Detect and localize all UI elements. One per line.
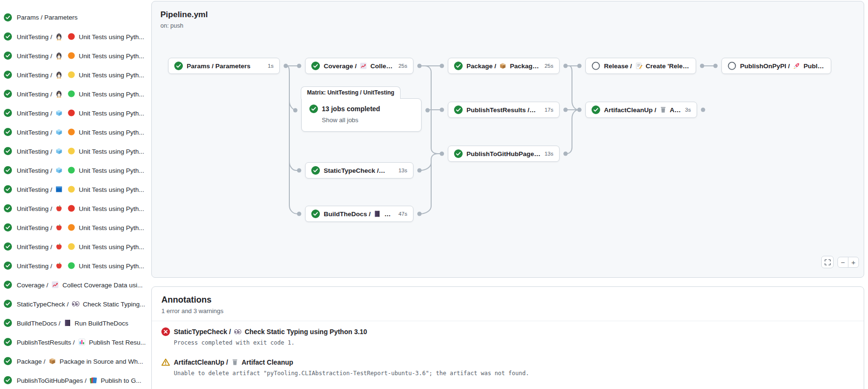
- sidebar-job-item[interactable]: UnitTesting / Unit Tests using Pyth...: [0, 103, 149, 122]
- job-node-label: PublishOnPyPI / Publish to ...: [740, 62, 825, 70]
- job-node-publishonpypi[interactable]: PublishOnPyPI / Publish to ...: [721, 58, 831, 74]
- job-label: Params / Parameters: [17, 14, 147, 21]
- job-label: UnitTesting / Unit Tests using Pyth...: [17, 223, 147, 231]
- wastebasket-icon: [231, 358, 239, 366]
- job-node-package[interactable]: Package / Package in So...25s: [448, 58, 560, 74]
- bar-chart-icon: [532, 106, 540, 114]
- check-circle-icon: [4, 128, 12, 136]
- yellow-circle-icon: [67, 242, 75, 251]
- linux-penguin-icon: [55, 90, 63, 98]
- fullscreen-button[interactable]: [821, 256, 834, 268]
- job-node-buildthedocs[interactable]: BuildTheDocs / Run Buil...47s: [305, 206, 413, 222]
- check-circle-icon: [311, 62, 320, 70]
- check-circle-icon: [311, 210, 320, 218]
- zoom-in-button[interactable]: +: [848, 257, 859, 268]
- sidebar-job-item[interactable]: PublishToGitHubPages / Publish to G...: [0, 370, 149, 389]
- check-circle-icon: [174, 62, 183, 70]
- connector-dot: [440, 108, 444, 112]
- job-node-statictypecheck[interactable]: StaticTypeCheck / Chec...13s: [305, 162, 413, 179]
- show-all-jobs-link[interactable]: Show all jobs: [322, 116, 413, 124]
- green-circle-icon: [67, 166, 75, 174]
- matrix-card[interactable]: 13 jobs completed Show all jobs: [301, 98, 422, 132]
- check-circle-icon: [4, 109, 12, 117]
- check-circle-icon: [4, 13, 12, 21]
- sidebar-job-item[interactable]: UnitTesting / Unit Tests using Pyth...: [0, 179, 149, 199]
- eyes-icon: [381, 167, 389, 174]
- job-label: UnitTesting / Unit Tests using Pyth...: [17, 71, 147, 79]
- annotation-message: Unable to delete artifact "pyTooling.CLI…: [174, 370, 852, 377]
- annotation-job-link[interactable]: ArtifactCleanUp / Artifact Cleanup: [174, 358, 293, 367]
- sidebar-job-item[interactable]: PublishTestResults / Publish Test Resu..…: [0, 332, 149, 351]
- job-label: UnitTesting / Unit Tests using Pyth...: [17, 109, 147, 117]
- workflow-trigger: on: push: [160, 22, 183, 29]
- job-duration: 17s: [544, 107, 553, 113]
- connector-dot: [563, 152, 568, 156]
- x-circle-icon: [161, 327, 170, 336]
- sidebar-job-item[interactable]: UnitTesting / Unit Tests using Pyth...: [0, 256, 149, 275]
- connector-dot: [297, 212, 301, 216]
- job-label: UnitTesting / Unit Tests using Pyth...: [17, 204, 147, 212]
- connector-dot: [297, 168, 301, 173]
- yellow-circle-icon: [67, 71, 75, 79]
- job-label: UnitTesting / Unit Tests using Pyth...: [17, 242, 147, 251]
- green-circle-icon: [67, 90, 75, 98]
- bar-chart-icon: [78, 338, 86, 346]
- package-icon: [48, 357, 56, 365]
- check-circle-icon: [454, 62, 463, 70]
- check-circle-icon: [4, 204, 12, 212]
- linux-penguin-icon: [55, 32, 63, 41]
- sidebar-job-item[interactable]: UnitTesting / Unit Tests using Pyth...: [0, 141, 149, 160]
- annotation-item-warning: ArtifactCleanUp / Artifact CleanupUnable…: [152, 352, 864, 382]
- check-circle-icon: [4, 357, 12, 365]
- job-node-release[interactable]: Release / Create 'Release P...: [585, 58, 696, 74]
- zoom-controls: − +: [837, 257, 859, 268]
- connector-dot: [713, 64, 718, 68]
- check-circle-icon: [4, 32, 12, 41]
- sidebar-job-item[interactable]: UnitTesting / Unit Tests using Pyth...: [0, 237, 149, 256]
- job-node-artifactcleanup[interactable]: ArtifactCleanUp / Artifac...3s: [585, 102, 697, 118]
- check-circle-icon: [4, 90, 12, 98]
- chart-increasing-icon: [51, 281, 59, 289]
- sidebar-job-item[interactable]: Package / Package in Source and Wh...: [0, 351, 149, 370]
- job-list: Params / ParametersUnitTesting / Unit Te…: [0, 8, 149, 389]
- sidebar-job-item[interactable]: Params / Parameters: [0, 8, 149, 27]
- connector-dot: [563, 64, 568, 68]
- sidebar-job-item[interactable]: UnitTesting / Unit Tests using Pyth...: [0, 46, 149, 65]
- job-node-publishtestresults[interactable]: PublishTestResults / Pu...17s: [448, 102, 560, 118]
- skipped-circle-icon: [592, 62, 600, 70]
- check-circle-icon: [4, 262, 12, 270]
- sidebar-job-item[interactable]: UnitTesting / Unit Tests using Pyth...: [0, 218, 149, 237]
- sidebar-job-item[interactable]: StaticTypeCheck / Check Static Typing...: [0, 294, 149, 313]
- sidebar-job-item[interactable]: UnitTesting / Unit Tests using Pyth...: [0, 122, 149, 141]
- job-node-coverage[interactable]: Coverage / Collect Cove...25s: [305, 58, 413, 74]
- workflow-file-name: Pipeline.yml: [160, 10, 208, 20]
- workflow-edges: [152, 1, 865, 278]
- matrix-tab: Matrix: UnitTesting / UnitTesting: [301, 86, 401, 99]
- connector-dot: [701, 108, 705, 112]
- job-duration: 3s: [685, 107, 691, 113]
- job-node-publishtogithubpages[interactable]: PublishToGitHubPages / ...13s: [448, 146, 560, 162]
- annotation-job-link[interactable]: StaticTypeCheck / Check Static Typing us…: [174, 328, 367, 336]
- sidebar-job-item[interactable]: UnitTesting / Unit Tests using Pyth...: [0, 199, 149, 218]
- orange-circle-icon: [67, 128, 75, 136]
- orange-circle-icon: [67, 223, 75, 231]
- job-label: Coverage / Collect Coverage Data usi...: [17, 281, 147, 289]
- sidebar-job-item[interactable]: BuildTheDocs / Run BuildTheDocs: [0, 313, 149, 332]
- sidebar-job-item[interactable]: UnitTesting / Unit Tests using Pyth...: [0, 65, 149, 84]
- sidebar-job-item[interactable]: UnitTesting / Unit Tests using Pyth...: [0, 160, 149, 179]
- connector-dot: [284, 64, 288, 68]
- sidebar-job-item[interactable]: UnitTesting / Unit Tests using Pyth...: [0, 27, 149, 46]
- sidebar-job-item[interactable]: UnitTesting / Unit Tests using Pyth...: [0, 84, 149, 103]
- pipeline-card[interactable]: Pipeline.yml on: push Params / Parameter…: [151, 1, 864, 278]
- sidebar-job-item[interactable]: Coverage / Collect Coverage Data usi...: [0, 275, 149, 294]
- zoom-out-button[interactable]: −: [837, 257, 848, 268]
- linux-penguin-icon: [55, 71, 63, 79]
- eyes-icon: [234, 328, 242, 336]
- job-label: UnitTesting / Unit Tests using Pyth...: [17, 166, 147, 174]
- job-node-params[interactable]: Params / Parameters1s: [168, 58, 280, 74]
- check-circle-icon: [4, 52, 12, 60]
- check-circle-icon: [4, 319, 12, 327]
- annotations-header: Annotations 1 error and 3 warnings: [152, 287, 864, 321]
- macos-apple-icon: [55, 204, 63, 212]
- job-node-label: Params / Parameters: [187, 63, 264, 70]
